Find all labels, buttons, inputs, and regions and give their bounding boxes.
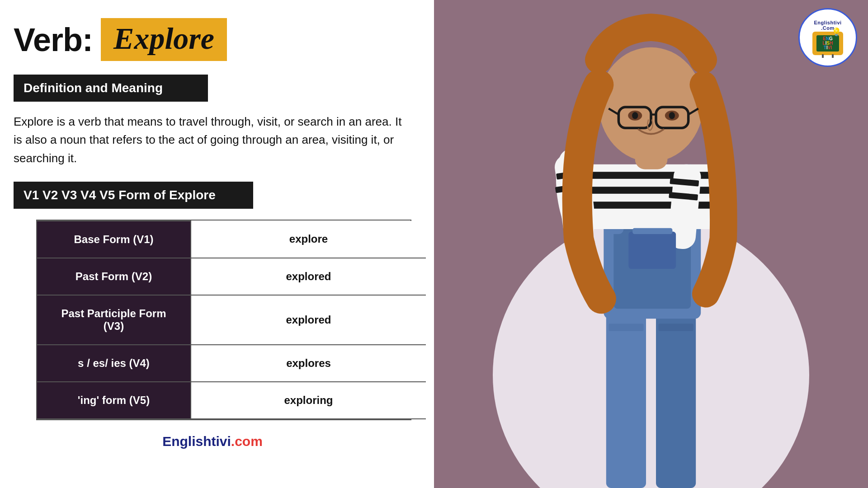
table-cell-value-2: explored	[191, 295, 426, 345]
definition-text: Explore is a verb that means to travel t…	[14, 113, 411, 167]
logo-tv-screen: ENG LISH TIVI	[816, 35, 839, 52]
svg-rect-32	[632, 228, 672, 234]
left-panel: Verb: Explore Definition and Meaning Exp…	[0, 0, 434, 488]
girl-figure	[434, 0, 868, 488]
verb-forms-table: Base Form (V1)explorePast Form (V2)explo…	[37, 221, 426, 419]
table-cell-value-3: explores	[191, 345, 426, 382]
table-row: Base Form (V1)explore	[37, 221, 426, 258]
table-cell-label-1: Past Form (V2)	[37, 258, 191, 295]
svg-rect-3	[659, 324, 693, 331]
svg-rect-1	[656, 309, 696, 488]
table-row: Past Form (V2)explored	[37, 258, 426, 295]
logo-tv-text: ENG LISH TIVI	[823, 37, 833, 50]
logo-line1: Englishtivi	[814, 20, 841, 25]
svg-point-21	[599, 47, 703, 162]
logo-circle: Englishtivi .Com ENG LISH TIVI 💡	[798, 8, 857, 67]
svg-rect-0	[606, 309, 646, 488]
table-row: 'ing' form (V5)exploring	[37, 382, 426, 419]
logo-inner: Englishtivi .Com ENG LISH TIVI 💡	[803, 13, 853, 62]
svg-rect-31	[628, 231, 676, 269]
tv-legs	[822, 54, 834, 58]
vforms-heading: V1 V2 V3 V4 V5 Form of Explore	[14, 182, 253, 209]
table-cell-value-4: exploring	[191, 382, 426, 419]
svg-point-30	[669, 112, 675, 119]
verb-title: Verb: Explore	[14, 18, 411, 61]
brand-blue: Englishtivi	[162, 434, 231, 449]
brand-red: .com	[231, 434, 263, 449]
logo-tv: ENG LISH TIVI 💡	[812, 32, 843, 55]
right-panel: Englishtivi .Com ENG LISH TIVI 💡	[434, 0, 868, 488]
tv-leg-right	[832, 54, 834, 58]
table-cell-value-1: explored	[191, 258, 426, 295]
bulb-icon: 💡	[831, 27, 841, 37]
table-cell-label-0: Base Form (V1)	[37, 221, 191, 258]
verb-word: Explore	[101, 18, 227, 61]
svg-point-29	[632, 112, 638, 119]
tv-leg-left	[822, 54, 824, 58]
table-row: s / es/ ies (V4)explores	[37, 345, 426, 382]
table-cell-label-2: Past Participle Form (V3)	[37, 295, 191, 345]
table-row: Past Participle Form (V3)explored	[37, 295, 426, 345]
definition-heading: Definition and Meaning	[14, 75, 208, 102]
table-cell-value-0: explore	[191, 221, 426, 258]
table-cell-label-3: s / es/ ies (V4)	[37, 345, 191, 382]
svg-rect-2	[609, 324, 643, 331]
verb-forms-table-wrapper: Base Form (V1)explorePast Form (V2)explo…	[36, 220, 411, 420]
table-cell-label-4: 'ing' form (V5)	[37, 382, 191, 419]
footer-brand: Englishtivi.com	[14, 434, 411, 449]
verb-label: Verb:	[14, 21, 93, 58]
